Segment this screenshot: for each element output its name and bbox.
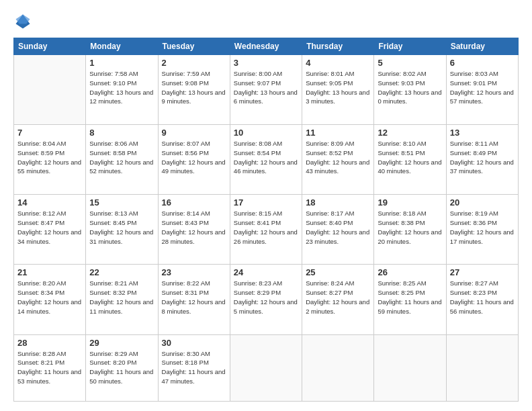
- day-number: 27: [450, 267, 515, 277]
- weekday-header-friday: Friday: [374, 38, 446, 55]
- day-number: 1: [89, 58, 154, 68]
- calendar-cell: 24Sunrise: 8:23 AMSunset: 8:29 PMDayligh…: [230, 265, 302, 334]
- calendar-cell: 5Sunrise: 8:02 AMSunset: 9:03 PMDaylight…: [374, 55, 446, 125]
- weekday-header-monday: Monday: [86, 38, 158, 55]
- day-number: 7: [17, 128, 82, 138]
- weekday-header-wednesday: Wednesday: [230, 38, 302, 55]
- day-info: Sunrise: 8:12 AMSunset: 8:47 PMDaylight:…: [17, 209, 82, 246]
- calendar-cell: 17Sunrise: 8:15 AMSunset: 8:41 PMDayligh…: [230, 195, 302, 265]
- day-info: Sunrise: 8:07 AMSunset: 8:56 PMDaylight:…: [162, 139, 226, 176]
- calendar-cell: 2Sunrise: 7:59 AMSunset: 9:08 PMDaylight…: [158, 55, 230, 125]
- day-number: 2: [162, 58, 226, 68]
- day-info: Sunrise: 7:59 AMSunset: 9:08 PMDaylight:…: [162, 69, 226, 106]
- calendar-cell: 22Sunrise: 8:21 AMSunset: 8:32 PMDayligh…: [86, 265, 158, 334]
- day-info: Sunrise: 8:27 AMSunset: 8:23 PMDaylight:…: [450, 279, 515, 316]
- calendar-cell: 16Sunrise: 8:14 AMSunset: 8:43 PMDayligh…: [158, 195, 230, 265]
- day-number: 20: [450, 197, 515, 208]
- calendar-cell: 26Sunrise: 8:25 AMSunset: 8:25 PMDayligh…: [374, 265, 446, 334]
- calendar-cell: 10Sunrise: 8:08 AMSunset: 8:54 PMDayligh…: [230, 125, 302, 195]
- day-number: 22: [89, 267, 154, 277]
- week-row-1: 1Sunrise: 7:58 AMSunset: 9:10 PMDaylight…: [14, 55, 519, 125]
- day-info: Sunrise: 8:00 AMSunset: 9:07 PMDaylight:…: [234, 69, 298, 106]
- day-number: 28: [17, 338, 82, 348]
- day-info: Sunrise: 8:01 AMSunset: 9:05 PMDaylight:…: [306, 69, 370, 106]
- day-number: 4: [306, 58, 370, 68]
- week-row-4: 21Sunrise: 8:20 AMSunset: 8:34 PMDayligh…: [14, 265, 519, 334]
- calendar-cell: 18Sunrise: 8:17 AMSunset: 8:40 PMDayligh…: [302, 195, 374, 265]
- day-info: Sunrise: 8:15 AMSunset: 8:41 PMDaylight:…: [234, 209, 298, 246]
- day-number: 3: [234, 58, 298, 68]
- day-number: 25: [306, 267, 370, 277]
- weekday-header-row: SundayMondayTuesdayWednesdayThursdayFrid…: [14, 38, 519, 55]
- day-info: Sunrise: 8:04 AMSunset: 8:59 PMDaylight:…: [17, 139, 82, 176]
- day-number: 18: [306, 197, 370, 208]
- calendar-cell: 23Sunrise: 8:22 AMSunset: 8:31 PMDayligh…: [158, 265, 230, 334]
- calendar-cell: 20Sunrise: 8:19 AMSunset: 8:36 PMDayligh…: [446, 195, 518, 265]
- day-number: 23: [162, 267, 226, 277]
- day-info: Sunrise: 8:14 AMSunset: 8:43 PMDaylight:…: [162, 209, 226, 246]
- day-number: 8: [89, 128, 154, 138]
- logo: [13, 12, 34, 31]
- week-row-2: 7Sunrise: 8:04 AMSunset: 8:59 PMDaylight…: [14, 125, 519, 195]
- day-number: 26: [378, 267, 442, 277]
- day-number: 15: [89, 197, 154, 208]
- day-number: 10: [234, 128, 298, 138]
- day-info: Sunrise: 8:11 AMSunset: 8:49 PMDaylight:…: [450, 139, 515, 176]
- calendar-cell: [230, 334, 302, 401]
- calendar-cell: 29Sunrise: 8:29 AMSunset: 8:20 PMDayligh…: [86, 334, 158, 401]
- calendar-cell: 6Sunrise: 8:03 AMSunset: 9:01 PMDaylight…: [446, 55, 518, 125]
- calendar-cell: 27Sunrise: 8:27 AMSunset: 8:23 PMDayligh…: [446, 265, 518, 334]
- day-number: 21: [17, 267, 82, 277]
- day-info: Sunrise: 8:06 AMSunset: 8:58 PMDaylight:…: [89, 139, 154, 176]
- day-number: 29: [89, 338, 154, 348]
- day-number: 12: [378, 128, 442, 138]
- day-number: 24: [234, 267, 298, 277]
- calendar-table: SundayMondayTuesdayWednesdayThursdayFrid…: [13, 38, 519, 402]
- day-info: Sunrise: 8:23 AMSunset: 8:29 PMDaylight:…: [234, 279, 298, 316]
- calendar-cell: 4Sunrise: 8:01 AMSunset: 9:05 PMDaylight…: [302, 55, 374, 125]
- calendar-cell: 15Sunrise: 8:13 AMSunset: 8:45 PMDayligh…: [86, 195, 158, 265]
- day-info: Sunrise: 8:10 AMSunset: 8:51 PMDaylight:…: [378, 139, 442, 176]
- day-info: Sunrise: 8:18 AMSunset: 8:38 PMDaylight:…: [378, 209, 442, 246]
- day-info: Sunrise: 7:58 AMSunset: 9:10 PMDaylight:…: [89, 69, 154, 106]
- day-info: Sunrise: 8:24 AMSunset: 8:27 PMDaylight:…: [306, 279, 370, 316]
- page: SundayMondayTuesdayWednesdayThursdayFrid…: [0, 0, 532, 411]
- weekday-header-tuesday: Tuesday: [158, 38, 230, 55]
- day-info: Sunrise: 8:22 AMSunset: 8:31 PMDaylight:…: [162, 279, 226, 316]
- calendar-cell: [374, 334, 446, 401]
- logo-icon: [13, 12, 32, 31]
- calendar-cell: 25Sunrise: 8:24 AMSunset: 8:27 PMDayligh…: [302, 265, 374, 334]
- calendar-cell: 30Sunrise: 8:30 AMSunset: 8:18 PMDayligh…: [158, 334, 230, 401]
- calendar-cell: 1Sunrise: 7:58 AMSunset: 9:10 PMDaylight…: [86, 55, 158, 125]
- day-number: 11: [306, 128, 370, 138]
- day-number: 17: [234, 197, 298, 208]
- day-number: 16: [162, 197, 226, 208]
- day-number: 6: [450, 58, 515, 68]
- week-row-3: 14Sunrise: 8:12 AMSunset: 8:47 PMDayligh…: [14, 195, 519, 265]
- day-info: Sunrise: 8:28 AMSunset: 8:21 PMDaylight:…: [17, 349, 82, 386]
- calendar-cell: 19Sunrise: 8:18 AMSunset: 8:38 PMDayligh…: [374, 195, 446, 265]
- calendar-cell: 8Sunrise: 8:06 AMSunset: 8:58 PMDaylight…: [86, 125, 158, 195]
- day-info: Sunrise: 8:02 AMSunset: 9:03 PMDaylight:…: [378, 69, 442, 106]
- calendar-cell: 11Sunrise: 8:09 AMSunset: 8:52 PMDayligh…: [302, 125, 374, 195]
- calendar-cell: [14, 55, 86, 125]
- day-number: 14: [17, 197, 82, 208]
- calendar-cell: 7Sunrise: 8:04 AMSunset: 8:59 PMDaylight…: [14, 125, 86, 195]
- day-info: Sunrise: 8:17 AMSunset: 8:40 PMDaylight:…: [306, 209, 370, 246]
- calendar-cell: 21Sunrise: 8:20 AMSunset: 8:34 PMDayligh…: [14, 265, 86, 334]
- calendar-cell: 14Sunrise: 8:12 AMSunset: 8:47 PMDayligh…: [14, 195, 86, 265]
- day-info: Sunrise: 8:20 AMSunset: 8:34 PMDaylight:…: [17, 279, 82, 316]
- calendar-cell: 13Sunrise: 8:11 AMSunset: 8:49 PMDayligh…: [446, 125, 518, 195]
- day-number: 5: [378, 58, 442, 68]
- day-number: 13: [450, 128, 515, 138]
- week-row-5: 28Sunrise: 8:28 AMSunset: 8:21 PMDayligh…: [14, 334, 519, 401]
- day-number: 9: [162, 128, 226, 138]
- weekday-header-saturday: Saturday: [446, 38, 518, 55]
- day-info: Sunrise: 8:30 AMSunset: 8:18 PMDaylight:…: [162, 349, 226, 386]
- calendar-cell: 3Sunrise: 8:00 AMSunset: 9:07 PMDaylight…: [230, 55, 302, 125]
- day-info: Sunrise: 8:25 AMSunset: 8:25 PMDaylight:…: [378, 279, 442, 316]
- calendar-cell: [302, 334, 374, 401]
- day-number: 30: [162, 338, 226, 348]
- day-info: Sunrise: 8:13 AMSunset: 8:45 PMDaylight:…: [89, 209, 154, 246]
- weekday-header-sunday: Sunday: [14, 38, 86, 55]
